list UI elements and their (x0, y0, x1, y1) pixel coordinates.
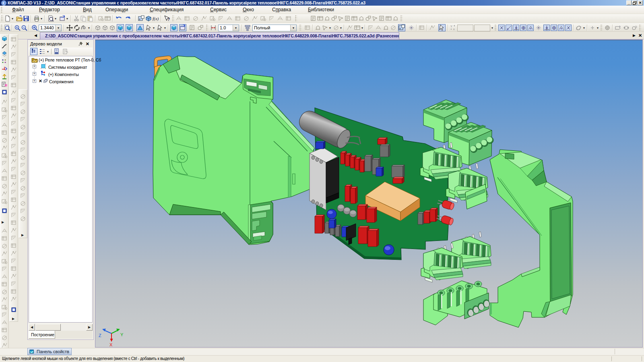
svg-text:x: x (138, 17, 140, 21)
svg-text:f(x): f(x) (153, 16, 159, 21)
svg-text:Y: Y (450, 25, 452, 28)
svg-text:Z: Z (99, 333, 101, 338)
svg-text:Y: Y (120, 332, 124, 337)
svg-text:x: x (453, 28, 455, 31)
svg-text:X: X (109, 342, 113, 347)
svg-text:?: ? (167, 17, 170, 22)
svg-text:x: x (399, 26, 401, 30)
